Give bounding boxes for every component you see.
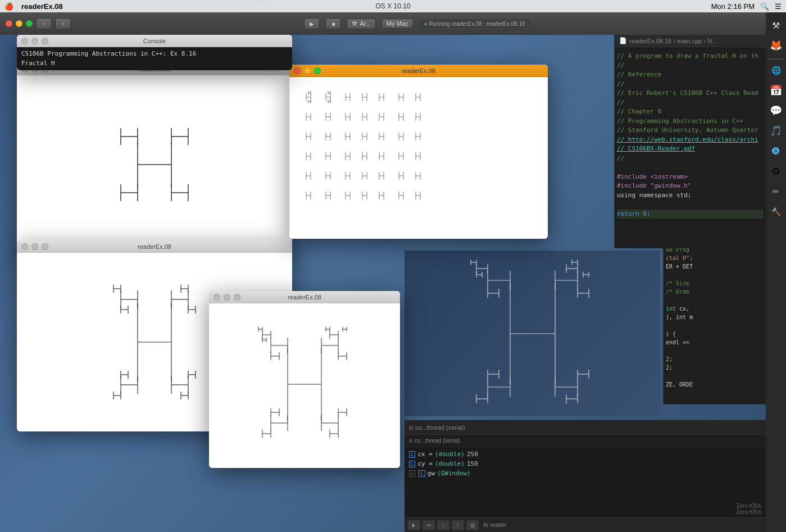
continue-button[interactable]: ⏵: [408, 520, 420, 530]
xcode-app-icon[interactable]: 🔨: [767, 203, 784, 220]
overlay-line: [666, 271, 767, 279]
code-text: // Reference: [617, 70, 661, 80]
xcode-icon[interactable]: ⚒: [767, 17, 784, 34]
toolbar-center: ▶ ■ ⚒ Ar... My Mac ● Running readerEx.08…: [74, 18, 760, 29]
close-button[interactable]: [6, 20, 12, 27]
overlay-line: [666, 347, 767, 355]
thread-selector[interactable]: ic co...thread (serial): [405, 435, 766, 447]
run-button[interactable]: ▶: [304, 18, 320, 29]
step-over-button[interactable]: ⤼: [422, 520, 435, 530]
fractal-canvas-4: [209, 303, 400, 468]
scheme-selector[interactable]: ⚒ Ar...: [347, 19, 376, 29]
app-name-menu[interactable]: readerEx.08: [21, 2, 63, 11]
overlay-line: [666, 372, 767, 380]
breadcrumb-icon: 📄: [619, 37, 627, 44]
overlay-line: [666, 296, 767, 304]
code-text: [617, 200, 621, 210]
overlay-line: 2;: [666, 363, 767, 372]
back-button[interactable]: ‹: [36, 18, 52, 29]
settings-icon[interactable]: ⚙: [767, 163, 784, 180]
overlay-line: [666, 321, 767, 330]
minimize-button[interactable]: [16, 20, 22, 27]
code-line: //: [617, 61, 764, 71]
fractal-canvas-1: [17, 75, 292, 254]
reader-2-title: readerEx.08: [402, 67, 435, 74]
apple-menu[interactable]: 🍎: [4, 2, 13, 11]
code-line: return 0;: [617, 210, 764, 219]
breadcrumb: 📄 readerEx.08.16 › main.cpp › N...: [615, 35, 766, 47]
console-window: Console CS106B Programming Abstractions …: [17, 35, 292, 70]
search-icon[interactable]: 🔍: [760, 2, 769, 11]
debug-bottom-toolbar: ⏵ ⤼ ↓ ↑ ◎ Ar reader: [405, 517, 766, 532]
code-text: [617, 163, 621, 172]
minimize-button[interactable]: [31, 38, 38, 44]
menu-icon[interactable]: ☰: [775, 2, 782, 11]
fractal-h-order4: [215, 308, 394, 463]
forward-button[interactable]: ›: [55, 18, 71, 29]
step-out-button[interactable]: ↑: [452, 520, 464, 530]
minimize-button[interactable]: [304, 67, 311, 74]
appstore-icon[interactable]: 🅐: [767, 143, 784, 160]
overlay-line: /* Size: [666, 279, 767, 288]
code-text: //: [617, 61, 624, 71]
messages-icon[interactable]: 💬: [767, 102, 784, 119]
reader-window-1: readerEx.08: [17, 63, 292, 254]
music-icon[interactable]: 🎵: [767, 122, 784, 139]
maximize-button[interactable]: [42, 243, 48, 250]
code-text[interactable]: // http://web.stanford.edu/class/archi: [617, 135, 758, 145]
inspector-icon[interactable]: 🌐: [767, 62, 784, 79]
code-line: using namespace std;: [617, 191, 764, 201]
code-text: // A program to draw a fractal H on th: [617, 52, 758, 61]
code-text[interactable]: // CS106BX-Reader.pdf: [617, 144, 695, 154]
step-in-button[interactable]: ↓: [437, 520, 449, 530]
code-content: // A program to draw a fractal H on th /…: [615, 47, 766, 223]
close-button[interactable]: [213, 294, 220, 301]
maximize-button[interactable]: [26, 20, 33, 27]
menubar-left: 🍎 readerEx.08: [4, 2, 63, 11]
console-title: Console: [143, 38, 166, 44]
destination-selector[interactable]: My Mac: [381, 19, 414, 29]
code-line: //: [617, 154, 764, 163]
var-icon-gw2: L: [419, 470, 425, 477]
reader-3-titlebar: readerEx.08: [17, 240, 292, 253]
close-button[interactable]: [21, 38, 28, 44]
code-text: #include <iostream>: [617, 172, 688, 182]
overlay-line: int cx,: [666, 304, 767, 313]
code-text: //: [617, 154, 624, 163]
fractal-h-dark: [409, 255, 656, 412]
code-line: // A program to draw a fractal H on th: [617, 52, 764, 61]
code-line: // CS106BX-Reader.pdf: [617, 144, 764, 154]
maximize-button[interactable]: [314, 67, 321, 74]
calendar-icon[interactable]: 📅: [767, 82, 784, 99]
debug-toolbar: ic co...thread (serial): [405, 420, 766, 435]
view-memory-button[interactable]: ◎: [466, 520, 479, 530]
code-overlay-panel: 6B Prog ctal H"; ER + DET /* Size /* Ord…: [663, 242, 770, 404]
bandwidth-display: Zero KB/s Zero KB/s: [737, 503, 761, 515]
stop-button[interactable]: ■: [325, 18, 341, 29]
close-button[interactable]: [21, 243, 28, 250]
menubar: 🍎 readerEx.08 OS X 10.10 Mon 2:16 PM 🔍 ☰: [0, 0, 786, 12]
code-line: [617, 200, 764, 210]
minimize-button[interactable]: [224, 294, 230, 301]
overlay-line: endl <<: [666, 338, 767, 347]
upload-speed: Zero KB/s: [737, 503, 761, 509]
overlay-line: /* Orde: [666, 288, 767, 296]
reader-label: Ar reader: [483, 522, 507, 528]
firefox-icon[interactable]: 🦊: [767, 37, 784, 54]
maximize-button[interactable]: [42, 38, 48, 44]
var-icon-cy: L: [409, 461, 415, 467]
pen-icon[interactable]: ✏: [767, 183, 784, 200]
overlay-line: ctal H";: [666, 254, 767, 262]
menubar-title: OS X 10.10: [375, 2, 410, 10]
overlay-line: ) {: [666, 330, 767, 338]
close-button[interactable]: [294, 67, 301, 74]
reader-window-2: readerEx.08: [289, 65, 548, 239]
debug-panel: ic co...thread (serial) ic co...thread (…: [405, 420, 766, 532]
breadcrumb-path[interactable]: readerEx.08.16 › main.cpp › N...: [629, 38, 717, 44]
minimize-button[interactable]: [31, 243, 38, 250]
reader-4-title: readerEx.08: [288, 294, 321, 301]
maximize-button[interactable]: [234, 294, 240, 301]
fractal-h-order2: [48, 80, 261, 249]
xcode-toolbar: ‹ › ▶ ■ ⚒ Ar... My Mac ● Running readerE…: [0, 12, 766, 35]
code-line: #include <iostream>: [617, 172, 764, 182]
